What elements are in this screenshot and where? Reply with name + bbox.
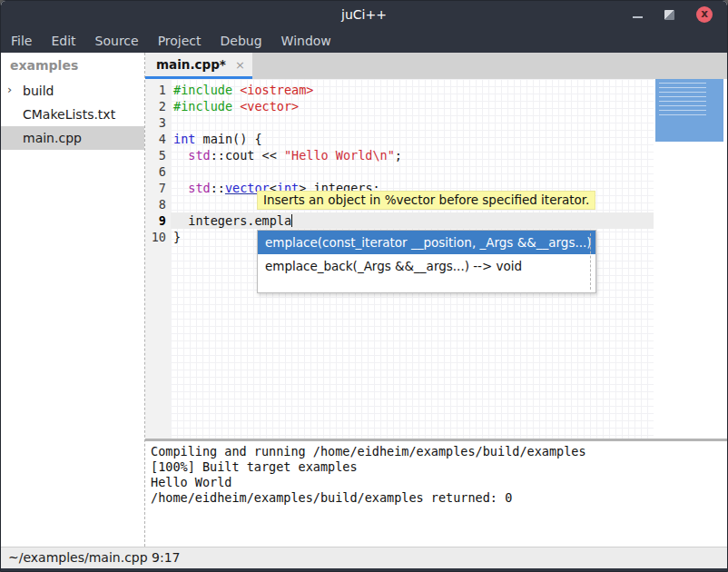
chevron-right-icon[interactable]: › [7,83,12,96]
line-number: 10 [145,229,171,245]
code-area[interactable]: Inserts an object in %vector before spec… [171,79,654,439]
tab-close-icon[interactable]: × [235,58,245,72]
minimap-viewport[interactable] [655,79,723,142]
sidebar-item-cmakelists.txt[interactable]: CMakeLists.txt [1,103,144,126]
close-icon[interactable]: x [696,6,713,23]
statusbar: ~/examples/main.cpp 9:17 [1,547,727,568]
menu-item-edit[interactable]: Edit [51,34,75,48]
menubar: FileEditSourceProjectDebugWindow [1,28,727,53]
code-segment [232,83,240,97]
code-line[interactable]: #include <iostream> [171,82,654,98]
sidebar-item-build[interactable]: ›build [1,79,144,103]
line-number: 6 [145,163,171,180]
code-segment: <vector> [240,99,299,113]
code-segment: #include [173,83,232,97]
autocomplete-item[interactable]: emplace_back(_Args &&__args...) --> void [258,254,595,278]
line-number: 9 [145,212,171,229]
sidebar-item-main.cpp[interactable]: main.cpp [1,126,144,150]
minimize-icon[interactable] [633,16,643,18]
text-cursor [291,214,292,227]
menu-item-debug[interactable]: Debug [221,34,262,48]
tab-main-cpp[interactable]: main.cpp*× [145,53,252,79]
window-bottom-edge [1,568,727,571]
line-number: 1 [145,82,171,98]
editor: 12345678910 Inserts an object in %vector… [145,79,727,439]
main-area: examples ›buildCMakeLists.txtmain.cpp ma… [1,53,727,547]
autocomplete-item[interactable]: emplace(const_iterator __position, _Args… [258,231,595,254]
tree-item-label: CMakeLists.txt [23,107,115,122]
code-segment: } [173,230,181,244]
minimap[interactable] [654,79,727,439]
code-segment: std [188,181,210,195]
menu-item-file[interactable]: File [11,34,32,48]
code-segment: :: [211,181,225,195]
code-segment: std [188,148,210,163]
editor-column: main.cpp*× 12345678910 Inserts an object… [145,53,727,547]
code-segment [232,99,240,113]
tree-item-label: main.cpp [23,131,82,145]
code-segment: main() { [195,132,261,146]
window-title: juCi++ [1,7,727,22]
titlebar: juCi++ x [1,1,727,28]
file-tree-sidebar: examples ›buildCMakeLists.txtmain.cpp [1,53,145,547]
app-window: juCi++ x FileEditSourceProjectDebugWindo… [0,0,728,572]
code-line[interactable]: integers.empla [171,212,654,229]
autocomplete-popup: emplace(const_iterator __position, _Args… [257,230,596,293]
tree-item-label: build [23,84,54,98]
autocomplete-scrollbar[interactable] [590,233,591,290]
code-segment: <iostream> [240,83,313,97]
output-line: Compiling and running /home/eidheim/exam… [151,444,727,459]
line-number: 4 [145,131,171,147]
code-segment: ::cout << [211,148,284,163]
code-line[interactable]: int main() { [171,131,654,147]
file-tree: ›buildCMakeLists.txtmain.cpp [1,79,144,150]
line-number-gutter: 12345678910 [145,79,171,439]
code-segment: int [173,132,195,146]
output-line: [100%] Built target examples [151,459,727,475]
window-controls: x [633,6,727,23]
code-line[interactable] [171,163,654,180]
code-segment: "Hello World\n" [284,148,395,163]
line-number: 3 [145,114,171,131]
code-line[interactable]: std::cout << "Hello World\n"; [171,147,654,163]
restore-icon[interactable] [664,10,674,20]
project-name-label: examples [1,53,144,79]
line-number: 2 [145,98,171,114]
code-segment [173,148,188,163]
line-number: 7 [145,180,171,196]
line-number: 8 [145,196,171,212]
menu-item-project[interactable]: Project [158,34,202,48]
menu-item-source[interactable]: Source [95,34,139,48]
code-line[interactable] [171,114,654,131]
code-segment: integers.empla [173,213,291,228]
output-line: /home/eidheim/examples/build/examples re… [151,490,727,506]
build-output-panel[interactable]: Compiling and running /home/eidheim/exam… [145,441,727,547]
menu-item-window[interactable]: Window [281,34,331,48]
code-segment: ; [395,148,402,163]
line-number: 5 [145,147,171,163]
code-segment [173,181,188,195]
code-line[interactable]: #include <vector> [171,98,654,114]
doc-tooltip: Inserts an object in %vector before spec… [257,191,595,210]
code-segment: #include [173,99,232,113]
tab-label: main.cpp* [156,57,226,72]
output-line: Hello World [151,475,727,490]
tabbar: main.cpp*× [145,53,727,79]
